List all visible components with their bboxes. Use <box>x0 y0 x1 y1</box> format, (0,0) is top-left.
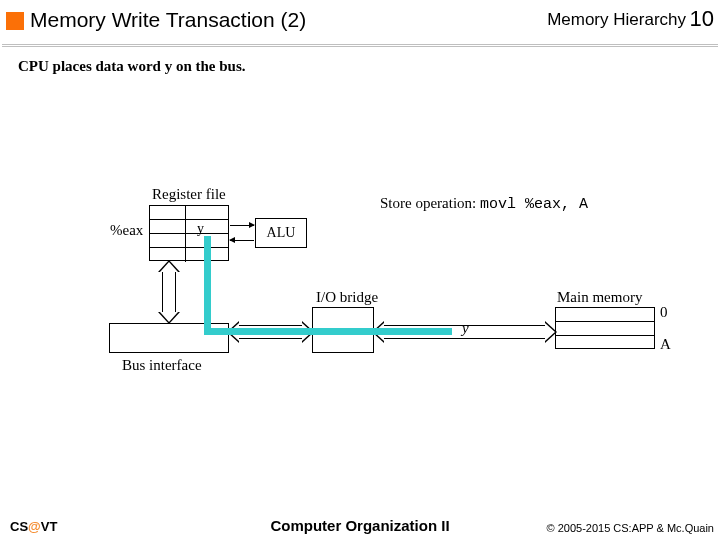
register-file-label: Register file <box>152 186 226 203</box>
store-code: movl %eax, A <box>480 196 588 213</box>
slide: Memory Write Transaction (2) Memory Hier… <box>0 0 720 540</box>
slide-footer: CS@VT Computer Organization II © 2005-20… <box>0 514 720 540</box>
y-on-bus-label: y <box>462 320 469 337</box>
main-memory-box <box>555 307 655 349</box>
bus-interface-label: Bus interface <box>122 357 202 374</box>
footer-right: © 2005-2015 CS:APP & Mc.Quain <box>547 522 715 534</box>
store-operation-label: Store operation: movl %eax, A <box>380 195 588 213</box>
regfile-bus-arrow-icon <box>162 262 176 322</box>
regfile-to-alu-arrow-icon <box>230 225 254 226</box>
mem-addr-0-label: 0 <box>660 304 668 321</box>
io-bridge-label: I/O bridge <box>316 289 378 306</box>
diagram: Register file %eax y ALU Store operation… <box>0 0 720 540</box>
register-file-box <box>149 205 229 261</box>
alu-label: ALU <box>267 225 296 240</box>
y-cell-label: y <box>197 221 204 237</box>
alu-box: ALU <box>255 218 307 248</box>
data-path-highlight-icon <box>204 328 452 335</box>
alu-to-regfile-arrow-icon <box>230 240 254 241</box>
eax-label: %eax <box>110 222 143 239</box>
mem-addr-a-label: A <box>660 336 671 353</box>
data-path-highlight-icon <box>204 236 211 332</box>
store-prefix: Store operation: <box>380 195 476 211</box>
main-memory-label: Main memory <box>557 289 642 306</box>
